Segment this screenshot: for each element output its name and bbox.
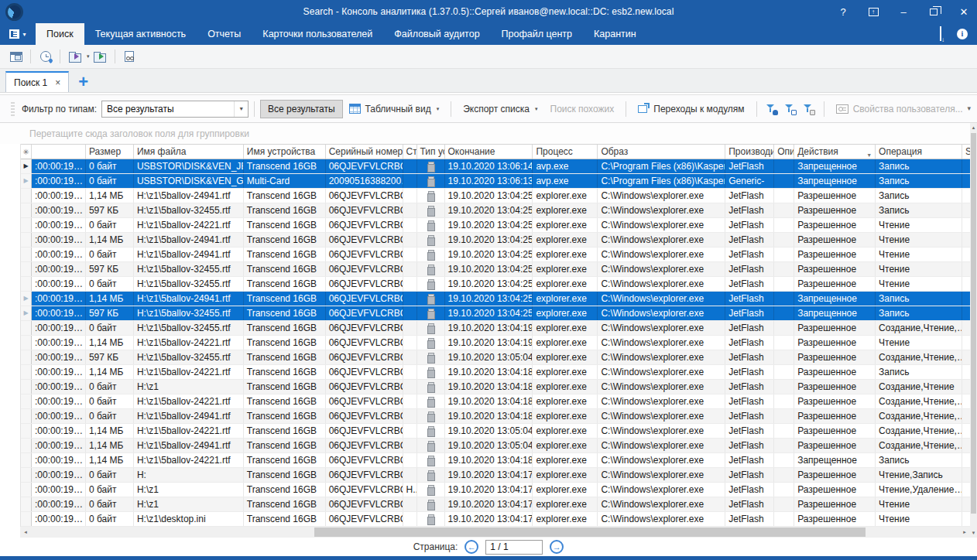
close-button[interactable]: ✕ bbox=[958, 4, 969, 19]
new-search-window-button[interactable] bbox=[5, 47, 26, 67]
cell-device-type bbox=[417, 409, 445, 423]
filter-type-combobox[interactable]: Все результаты ▼ bbox=[101, 101, 249, 118]
group-by-drop-area[interactable]: Перетащите сюда заголовок поля для групп… bbox=[0, 123, 977, 144]
table-row[interactable]: :00:00:19…597 КБH:\z1\5ballov-32455.rtfT… bbox=[21, 350, 970, 365]
table-row[interactable]: :00:00:19…0 байтH:\z1\5ballov-24221.rtfT… bbox=[21, 394, 970, 409]
table-row[interactable]: :00:00:19…597 КБH:\z1\5ballov-32455.rtfT… bbox=[21, 203, 970, 218]
restore-button[interactable] bbox=[928, 4, 939, 19]
table-row[interactable]: :00:00:19…1,14 МБH:\z1\5ballov-24941.rtf… bbox=[21, 189, 970, 203]
scroll-up-icon[interactable]: ▲ bbox=[970, 123, 977, 132]
horizontal-scroll-thumb[interactable] bbox=[314, 528, 866, 537]
table-row[interactable]: :00:00:19…0 байтH:\z1Transcend 16GB06QJE… bbox=[21, 483, 970, 497]
header-image[interactable]: Образ bbox=[598, 145, 725, 159]
scheduled-search-button[interactable] bbox=[35, 47, 56, 67]
tab-search-1[interactable]: Поиск 1 × bbox=[5, 71, 69, 92]
menu-tab-profile-center[interactable]: Профайл центр bbox=[491, 23, 583, 45]
table-row[interactable]: :00:00:19…1,14 МБH:\z1\5ballov-24941.rtf… bbox=[21, 233, 970, 248]
filter-arrow-icon[interactable]: ▼ bbox=[866, 149, 872, 159]
table-row[interactable]: :00:00:19…0 байтH:\z1\5ballov-32455.rtfT… bbox=[21, 277, 970, 292]
info-icon[interactable]: i bbox=[957, 29, 968, 39]
table-row[interactable]: :00:00:19…0 байтH:\z1Transcend 16GB06QJE… bbox=[21, 497, 970, 512]
table-row[interactable]: :00:00:19…0 байтH:\z1\5ballov-24221.rtfT… bbox=[21, 218, 970, 233]
scroll-left-icon[interactable]: ◂ bbox=[20, 527, 31, 538]
user-properties-button[interactable]: Свойства пользователя... bbox=[830, 100, 969, 118]
table-row[interactable]: ▶:00:00:19…1,14 МБH:\z1\5ballov-24941.rt… bbox=[21, 292, 970, 306]
pin-window-button[interactable]: ↑ bbox=[868, 4, 879, 19]
table-view-button[interactable]: Табличный вид ▾ bbox=[343, 100, 446, 118]
horizontal-scrollbar[interactable]: ◂ ▸ bbox=[20, 527, 970, 538]
main-menu-button[interactable]: ▾ bbox=[0, 23, 36, 45]
table-row[interactable]: :00:00:19…1,14 МБH:\z1\5ballov-24221.rtf… bbox=[21, 336, 970, 350]
table-row[interactable]: ▶:00:00:19…597 КБH:\z1\5ballov-32455.rtf… bbox=[21, 306, 970, 321]
drag-grip[interactable] bbox=[11, 102, 15, 116]
combobox-value: Все результаты bbox=[102, 101, 234, 117]
user-card-icon bbox=[836, 104, 848, 114]
header-process[interactable]: Процесс bbox=[533, 145, 598, 159]
header-row-marker[interactable]: ✳ bbox=[21, 145, 32, 159]
help-button[interactable]: ? bbox=[838, 4, 848, 19]
table-row[interactable]: :00:00:19…0 байтH:\z1\5ballov-24941.rtfT… bbox=[21, 248, 970, 262]
add-tab-button[interactable]: + bbox=[78, 74, 88, 90]
search-similar-button[interactable]: Поиск похожих bbox=[544, 100, 621, 118]
cell-device-type bbox=[417, 424, 445, 438]
menu-tab-quarantine[interactable]: Карантин bbox=[583, 23, 647, 45]
cell-vendor: JetFlash bbox=[725, 512, 774, 526]
header-actions[interactable]: Действия ▼ bbox=[794, 145, 876, 159]
menu-tab-reports[interactable]: Отчеты bbox=[197, 23, 252, 45]
table-row[interactable]: :00:00:19…1,14 МБH:\z1\5ballov-24221.rtf… bbox=[21, 453, 970, 468]
cell-image: C:\Windows\explorer.exe bbox=[598, 350, 725, 364]
header-filename[interactable]: Имя файла bbox=[134, 145, 244, 159]
cell-end-time: 19.10.2020 13:06:13 bbox=[445, 174, 533, 188]
header-size[interactable]: Размер bbox=[86, 145, 134, 159]
table-row[interactable]: :00:00:19…1,14 МБH:\z1\5ballov-24221.rtf… bbox=[21, 424, 970, 439]
menu-tab-activity[interactable]: Текущая активность bbox=[84, 23, 197, 45]
table-row[interactable]: :00:00:19…0 байтH:\z1Transcend 16GB06QJE… bbox=[21, 380, 970, 394]
all-results-toggle[interactable]: Все результаты bbox=[260, 100, 342, 118]
export-list-button[interactable]: Экспорт списка ▾ bbox=[457, 100, 543, 118]
search-in-results-button[interactable] bbox=[119, 47, 140, 67]
header-device-type[interactable]: Тип ус bbox=[417, 145, 445, 159]
vertical-scroll-thumb[interactable] bbox=[971, 133, 976, 514]
header-s[interactable]: S bbox=[962, 145, 970, 159]
export-query-button[interactable] bbox=[64, 47, 85, 67]
next-page-button[interactable]: → bbox=[550, 540, 564, 554]
table-row[interactable]: :00:00:19…0 байтH:\z1\5ballov-24941.rtfT… bbox=[21, 409, 970, 424]
table-row[interactable]: :00:00:19…0 байтH:Transcend 16GB06QJEVFV… bbox=[21, 468, 970, 483]
table-row[interactable]: :00:00:19…1,14 МБH:\z1\5ballov-24941.rtf… bbox=[21, 439, 970, 453]
table-row[interactable]: :00:00:19…0 байтH:\z1\desktop.iniTransce… bbox=[21, 512, 970, 527]
menu-tab-file-auditor[interactable]: Файловый аудитор bbox=[383, 23, 490, 45]
menu-tab-poisk[interactable]: Поиск bbox=[36, 23, 84, 45]
go-to-modules-button[interactable]: Переходы к модулям bbox=[632, 100, 750, 118]
table-row[interactable]: ▶:00:00:19…0 байтUSBSTOR\DISK&VEN_JET…Tr… bbox=[21, 159, 970, 174]
scroll-right-icon[interactable]: ▸ bbox=[959, 527, 970, 538]
page-number-input[interactable] bbox=[485, 540, 543, 555]
header-device-name[interactable]: Имя устройства bbox=[244, 145, 326, 159]
header-operation[interactable]: Операция bbox=[876, 145, 962, 159]
minimize-button[interactable]: – bbox=[898, 4, 909, 19]
filter-by-document-button[interactable] bbox=[781, 100, 800, 118]
table-row[interactable]: :00:00:19…1,14 МБH:\z1\5ballov-24221.rtf… bbox=[21, 365, 970, 380]
filter-by-user-button[interactable] bbox=[763, 100, 781, 118]
cell-operation: Создание,Чтение,… bbox=[876, 409, 962, 423]
previous-page-button[interactable]: ← bbox=[465, 540, 478, 554]
close-tab-icon[interactable]: × bbox=[55, 77, 60, 88]
table-row[interactable]: :00:00:19…597 КБH:\z1\5ballov-32455.rtfT… bbox=[21, 262, 970, 277]
package-download-button[interactable]: ↓ bbox=[940, 27, 941, 41]
cell-device: Transcend 16GB bbox=[244, 292, 326, 306]
menu-tab-user-cards[interactable]: Карточки пользователей bbox=[252, 23, 383, 45]
cell-action: Запрещенное bbox=[794, 453, 876, 467]
header-description[interactable]: Опис bbox=[774, 145, 794, 159]
table-row[interactable]: ▶:00:00:19…0 байтUSBSTOR\DISK&VEN_GEN…Mu… bbox=[21, 174, 970, 189]
header-serial-number[interactable]: Серийный номер bbox=[326, 145, 403, 159]
vertical-scrollbar[interactable]: ▲ ▼ bbox=[970, 123, 977, 538]
header-status[interactable]: Ста bbox=[403, 145, 417, 159]
header-duration[interactable] bbox=[32, 145, 86, 159]
header-end-time[interactable]: Окончание bbox=[445, 145, 533, 159]
header-vendor[interactable]: Производит bbox=[725, 145, 774, 159]
combobox-dropdown-button[interactable]: ▼ bbox=[234, 101, 248, 117]
table-row[interactable]: :00:00:19…0 байтH:\z1\5ballov-32455.rtfT… bbox=[21, 321, 970, 336]
scroll-down-icon[interactable]: ▼ bbox=[970, 528, 977, 538]
import-query-button[interactable] bbox=[90, 47, 111, 67]
collapse-panel-icon[interactable]: ▾ bbox=[967, 104, 971, 112]
filter-by-window-button[interactable] bbox=[800, 100, 818, 118]
